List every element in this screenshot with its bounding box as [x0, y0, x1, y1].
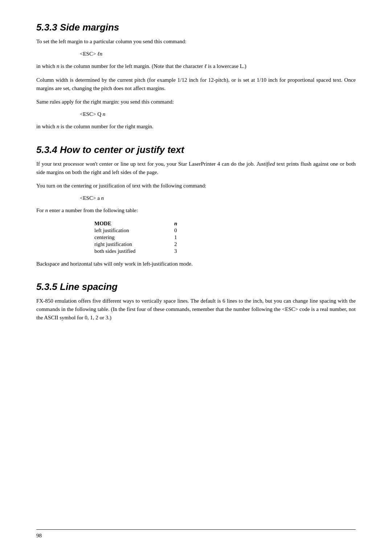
table-header-mode: MODE [94, 220, 174, 227]
center-justify-para3: For n enter a number from the following … [36, 206, 356, 215]
table-row: right justification 2 [94, 241, 189, 248]
table-cell-0: 0 [174, 227, 189, 234]
page-number: 98 [36, 533, 42, 538]
table-cell-both-sides: both sides justified [94, 248, 174, 255]
side-margins-para4: Same rules apply for the right margin: y… [36, 98, 356, 106]
command-esc-ln-text: <ESC> ℓn [80, 51, 102, 57]
table-cell-centering: centering [94, 234, 174, 241]
center-justify-para1: If your text processor won't center or l… [36, 160, 356, 177]
heading-center-justify: 5.3.4 How to center or justify text [36, 144, 356, 156]
command-esc-qn: <ESC> Q n [80, 111, 356, 117]
command-esc-qn-text: <ESC> Q n [80, 111, 105, 117]
side-margins-para3: Column width is determined by the curren… [36, 76, 356, 93]
command-esc-ln: <ESC> ℓn [80, 51, 356, 57]
table-row: both sides justified 3 [94, 248, 189, 255]
footer-rule [36, 529, 356, 530]
command-esc-an-text: <ESC> a n [80, 195, 104, 201]
side-margins-para2: in which n is the column number for the … [36, 62, 356, 70]
table-cell-left-justification: left justification [94, 227, 174, 234]
table-header-row: MODE n [94, 220, 189, 227]
center-justify-para2: You turn on the centering or justificati… [36, 182, 356, 190]
table-cell-1: 1 [174, 234, 189, 241]
table-cell-3: 3 [174, 248, 189, 255]
table-cell-2: 2 [174, 241, 189, 248]
table-header-n: n [174, 220, 189, 227]
side-margins-para5: in which n is the column number for the … [36, 122, 356, 131]
heading-side-margins: 5.3.3 Side margins [36, 22, 356, 33]
page: 5.3.3 Side margins To set the left margi… [0, 0, 392, 557]
section-line-spacing: 5.3.5 Line spacing FX-850 emulation offe… [36, 281, 356, 322]
line-spacing-para1: FX-850 emulation offers five different w… [36, 297, 356, 322]
heading-line-spacing: 5.3.5 Line spacing [36, 281, 356, 292]
section-side-margins: 5.3.3 Side margins To set the left margi… [36, 22, 356, 131]
page-footer: 98 [36, 529, 356, 539]
justification-table: MODE n left justification 0 centering 1 … [94, 220, 189, 255]
table-row: left justification 0 [94, 227, 189, 234]
section-center-justify: 5.3.4 How to center or justify text If y… [36, 144, 356, 268]
table-row: centering 1 [94, 234, 189, 241]
side-margins-para1: To set the left margin to a particular c… [36, 37, 356, 46]
command-esc-an: <ESC> a n [80, 195, 356, 201]
center-justify-para4: Backspace and horizontal tabs will only … [36, 260, 356, 268]
table-cell-right-justification: right justification [94, 241, 174, 248]
